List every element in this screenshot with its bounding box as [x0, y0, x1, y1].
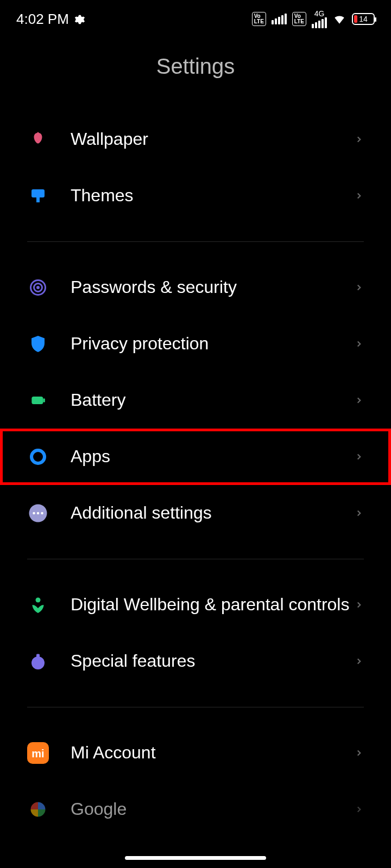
svg-rect-13 [36, 654, 40, 659]
item-label: Digital Wellbeing & parental controls [71, 593, 354, 616]
chevron-right-icon [354, 395, 364, 405]
google-icon [27, 799, 49, 820]
themes-icon [27, 185, 49, 207]
svg-point-10 [41, 512, 43, 515]
status-time: 4:02 PM [16, 11, 69, 28]
svg-rect-0 [31, 189, 45, 197]
settings-item-mi-account[interactable]: mi Mi Account [0, 725, 391, 781]
wifi-icon [332, 12, 346, 26]
status-bar: 4:02 PM VoLTE VoLTE 4G 14 [0, 0, 391, 38]
divider [27, 559, 364, 559]
svg-point-8 [33, 512, 35, 515]
network-label: 4G [314, 10, 325, 17]
chevron-right-icon [354, 508, 364, 518]
divider [27, 241, 364, 242]
settings-item-additional[interactable]: Additional settings [0, 485, 391, 541]
home-indicator[interactable] [125, 856, 266, 860]
mi-icon: mi [27, 742, 49, 764]
page-title: Settings [0, 38, 391, 111]
status-left: 4:02 PM [16, 11, 85, 28]
svg-rect-6 [43, 399, 45, 403]
chevron-right-icon [354, 805, 364, 814]
fingerprint-icon [27, 277, 49, 298]
item-label: Special features [71, 650, 354, 673]
settings-item-wallpaper[interactable]: Wallpaper [0, 111, 391, 168]
battery-icon: 14 [352, 13, 375, 25]
item-label: Themes [71, 184, 354, 207]
svg-point-11 [36, 598, 41, 603]
item-label: Google [71, 798, 354, 821]
settings-item-themes[interactable]: Themes [0, 168, 391, 224]
chevron-right-icon [354, 656, 364, 666]
svg-point-4 [37, 287, 39, 289]
special-icon [27, 650, 49, 672]
chevron-right-icon [354, 452, 364, 462]
chevron-right-icon [354, 600, 364, 610]
divider [27, 707, 364, 707]
settings-item-passwords[interactable]: Passwords & security [0, 259, 391, 316]
volte-icon: VoLTE [252, 12, 266, 26]
item-label: Passwords & security [71, 276, 354, 299]
item-label: Additional settings [71, 502, 354, 525]
settings-item-special[interactable]: Special features [0, 633, 391, 690]
settings-item-apps[interactable]: Apps [0, 429, 391, 485]
settings-item-wellbeing[interactable]: Digital Wellbeing & parental controls [0, 577, 391, 633]
svg-point-12 [31, 656, 45, 669]
svg-point-9 [37, 512, 40, 515]
apps-icon [27, 446, 49, 468]
item-label: Wallpaper [71, 128, 354, 151]
settings-item-google[interactable]: Google [0, 781, 391, 838]
status-right: VoLTE VoLTE 4G 14 [252, 10, 375, 28]
item-label: Apps [71, 445, 354, 468]
settings-list: Wallpaper Themes Passwords & security Pr… [0, 111, 391, 838]
wellbeing-icon [27, 594, 49, 616]
chevron-right-icon [354, 135, 364, 144]
battery-small-icon [27, 390, 49, 411]
dots-icon [27, 502, 49, 524]
gear-icon [73, 13, 85, 25]
svg-rect-1 [36, 197, 40, 202]
chevron-right-icon [354, 191, 364, 201]
chevron-right-icon [354, 283, 364, 292]
chevron-right-icon [354, 339, 364, 349]
battery-percent: 14 [359, 15, 368, 23]
shield-icon [27, 333, 49, 355]
item-label: Battery [71, 389, 354, 412]
chevron-right-icon [354, 748, 364, 758]
signal-icon-2 [312, 17, 327, 28]
settings-item-privacy[interactable]: Privacy protection [0, 316, 391, 372]
settings-item-battery[interactable]: Battery [0, 372, 391, 429]
item-label: Mi Account [71, 742, 354, 764]
wallpaper-icon [27, 129, 49, 150]
signal-icon [272, 14, 287, 24]
item-label: Privacy protection [71, 333, 354, 355]
volte-icon-2: VoLTE [292, 12, 306, 26]
svg-rect-5 [31, 397, 43, 404]
svg-text:mi: mi [31, 748, 44, 760]
